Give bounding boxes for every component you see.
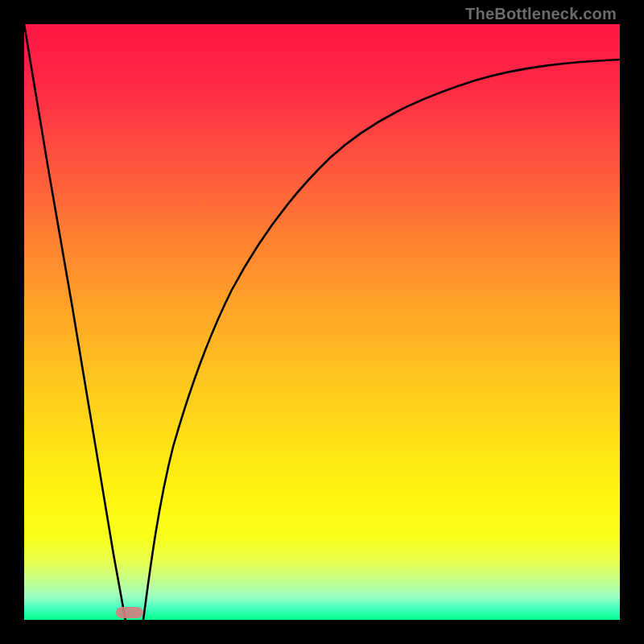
plot-area (24, 24, 620, 620)
watermark-text: TheBottleneck.com (465, 5, 617, 23)
curve-right-rise (143, 60, 620, 620)
curve-left-descent (24, 24, 126, 620)
optimal-marker (116, 607, 143, 618)
chart-curves (24, 24, 620, 620)
chart-frame: TheBottleneck.com (0, 0, 644, 644)
